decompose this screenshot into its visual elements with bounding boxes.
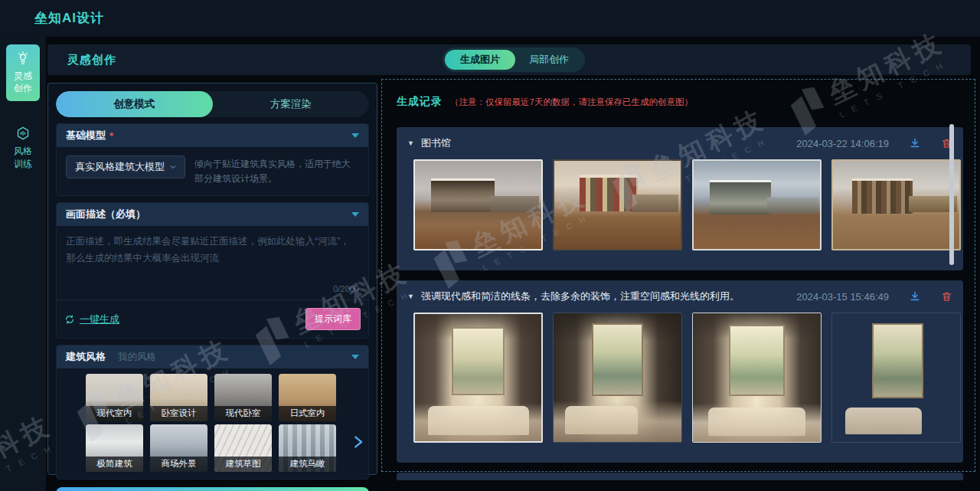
one-click-generate-link[interactable]: 一键生成 [80, 313, 119, 326]
style-thumb-label: 建筑鸟瞰 [279, 457, 336, 472]
style-grid: 现代室内卧室设计现代卧室日式室内极简建筑商场外景建筑草图建筑鸟瞰 [86, 374, 348, 472]
tab-creative-mode[interactable]: 创意模式 [56, 91, 213, 117]
content-area: 灵感创作 生成图片 局部创作 创意模式 方案渲染 基础模型 [46, 37, 980, 491]
generated-image[interactable] [692, 313, 822, 443]
prompt-library-button[interactable]: 提示词库 [305, 308, 361, 330]
generation-record: ▼现代设计感的活动中心，晴天，玻璃幕墙2024-03-15 15:45:40 [397, 473, 963, 480]
record-header: ▼强调现代感和简洁的线条，去除多余的装饰，注重空间感和光线的利用。2024-03… [397, 280, 963, 309]
style-thumb-label: 商场外景 [150, 457, 207, 472]
base-model-selected: 真实风格建筑大模型 [75, 160, 165, 174]
hexagon-icon [15, 126, 31, 141]
record-header: ▼图书馆2024-03-22 14:06:19 [397, 127, 963, 156]
architecture-style-title: 建筑风格 [66, 350, 106, 364]
style-thumb-aerial[interactable]: 建筑鸟瞰 [279, 424, 336, 472]
start-generate-button[interactable]: 开始生成 [56, 487, 369, 491]
style-thumb-bedroom-design[interactable]: 卧室设计 [150, 374, 207, 421]
generated-image[interactable] [553, 313, 682, 443]
delete-icon[interactable] [941, 290, 952, 303]
base-model-title: 基础模型 [66, 129, 106, 142]
generation-record: ▼图书馆2024-03-22 14:06:19 [397, 127, 963, 270]
prompt-header: 画面描述（必填） [57, 203, 368, 226]
scrollbar-thumb[interactable] [949, 124, 954, 265]
style-thumb-label: 日式室内 [279, 406, 336, 421]
style-thumb-label: 现代卧室 [214, 406, 272, 421]
history-retention-notice: （注意：仅保留最近7天的数据，请注意保存已生成的创意图） [450, 97, 693, 108]
sidebar-item-label: 风格训练 [12, 145, 34, 169]
prompt-textarea[interactable]: 正面描述，即生成结果会尽量贴近正面描述，例如此处输入“河流”，那么生成的结果中大… [57, 226, 368, 281]
generated-image[interactable] [413, 313, 543, 443]
prompt-section: 画面描述（必填） 正面描述，即生成结果会尽量贴近正面描述，例如此处输入“河流”，… [56, 202, 369, 339]
sidebar-item-label: 灵感创作 [12, 70, 34, 94]
records-list: ▼图书馆2024-03-22 14:06:19▼强调现代感和简洁的线条，去除多余… [397, 127, 971, 480]
tab-partial-creation[interactable]: 局部创作 [515, 50, 583, 70]
tab-scheme-render[interactable]: 方案渲染 [213, 91, 370, 117]
history-title: 生成记录 [397, 95, 443, 109]
base-model-header: 基础模型 * [57, 124, 368, 147]
style-thumb-modern-interior[interactable]: 现代室内 [86, 374, 143, 421]
page-title: 灵感创作 [67, 53, 116, 67]
style-thumb-japanese-interior[interactable]: 日式室内 [279, 374, 336, 421]
chevron-down-icon [168, 162, 178, 172]
style-thumb-label: 卧室设计 [150, 406, 207, 421]
my-styles-link[interactable]: 我的风格 [118, 351, 156, 364]
download-icon[interactable] [909, 137, 921, 149]
base-model-section: 基础模型 * 真实风格建筑大模型 倾向于贴近建筑真实风格，适用于 [56, 123, 369, 196]
record-title: 图书馆 [421, 136, 451, 150]
sidebar-item-inspiration[interactable]: 灵感创作 [6, 44, 40, 101]
sidebar-item-style-training[interactable]: 风格训练 [6, 119, 40, 176]
record-images [397, 309, 963, 463]
app-window: 垒知AI设计 灵感创作 [0, 0, 980, 491]
generated-image[interactable] [692, 159, 822, 250]
page-header: 灵感创作 生成图片 局部创作 [47, 44, 971, 75]
style-thumb-label: 现代室内 [86, 406, 143, 421]
style-thumb-label: 极简建筑 [86, 457, 143, 472]
collapse-caret-icon[interactable]: ▼ [407, 293, 414, 300]
generated-image[interactable] [831, 159, 961, 250]
base-model-description: 倾向于贴近建筑真实风格，适用于绝大部分建筑设计场景。 [194, 155, 359, 185]
required-mark: * [109, 130, 113, 142]
char-counter: 0/2000 [57, 281, 368, 300]
generation-record: ▼强调现代感和简洁的线条，去除多余的装饰，注重空间感和光线的利用。2024-03… [397, 280, 963, 463]
base-model-select[interactable]: 真实风格建筑大模型 [66, 155, 185, 178]
creation-settings-panel: 创意模式 方案渲染 基础模型 * 真实风格建筑大模型 [47, 83, 377, 475]
collapse-caret-icon[interactable] [351, 212, 359, 217]
generated-image[interactable] [553, 159, 682, 250]
download-icon[interactable] [909, 290, 921, 303]
top-bar: 垒知AI设计 [0, 0, 980, 37]
style-thumb-minimal-building[interactable]: 极简建筑 [86, 424, 143, 472]
next-styles-arrow[interactable] [350, 431, 367, 453]
generation-mode-tabs: 生成图片 局部创作 [443, 47, 585, 72]
prompt-title: 画面描述（必填） [66, 208, 145, 221]
app-title: 垒知AI设计 [34, 9, 104, 27]
mode-tabs: 创意模式 方案渲染 [56, 91, 369, 117]
record-header: ▼现代设计感的活动中心，晴天，玻璃幕墙2024-03-15 15:45:40 [397, 473, 963, 480]
refresh-icon [64, 314, 75, 325]
prompt-placeholder: 正面描述，即生成结果会尽量贴近正面描述，例如此处输入“河流”，那么生成的结果中大… [66, 234, 359, 267]
generation-history-panel: 生成记录 （注意：仅保留最近7天的数据，请注意保存已生成的创意图） ▼图书馆20… [384, 83, 971, 480]
record-images [397, 156, 963, 270]
style-thumb-sketch[interactable]: 建筑草图 [214, 424, 272, 472]
collapse-caret-icon[interactable] [351, 133, 359, 138]
record-title: 强调现代感和简洁的线条，去除多余的装饰，注重空间感和光线的利用。 [421, 290, 740, 303]
style-thumb-mall-exterior[interactable]: 商场外景 [150, 424, 207, 472]
record-timestamp: 2024-03-22 14:06:19 [796, 138, 889, 149]
style-thumb-modern-bedroom[interactable]: 现代卧室 [214, 374, 272, 421]
collapse-caret-icon[interactable]: ▼ [407, 139, 414, 147]
generated-image[interactable] [413, 159, 543, 250]
prompt-actions: 一键生成 提示词库 [57, 300, 368, 338]
sidebar: 灵感创作 风格训练 [0, 37, 46, 491]
architecture-style-header: 建筑风格 我的风格 [57, 345, 368, 368]
style-thumb-label: 建筑草图 [214, 457, 272, 472]
architecture-style-section: 建筑风格 我的风格 现代室内卧室设计现代卧室日式室内极简建筑商场外景建筑草图建筑… [56, 345, 369, 480]
collapse-caret-icon[interactable] [351, 355, 359, 359]
generated-image[interactable] [831, 313, 961, 443]
lightbulb-icon [15, 51, 31, 66]
tab-generate-image[interactable]: 生成图片 [445, 50, 515, 70]
record-timestamp: 2024-03-15 15:46:49 [796, 291, 889, 303]
